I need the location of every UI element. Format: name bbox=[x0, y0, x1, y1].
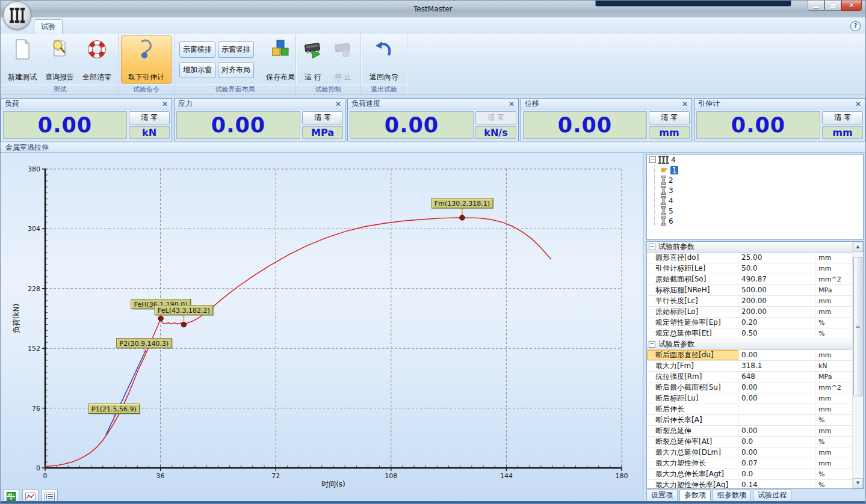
curve-icon bbox=[25, 493, 36, 500]
param-row[interactable]: 规定塑性延伸率[Ep]0.20% bbox=[647, 318, 853, 328]
param-row[interactable]: 断后伸长mm bbox=[647, 404, 853, 415]
tree-item-6[interactable]: 6 bbox=[655, 216, 863, 226]
param-row[interactable]: 最大力[Fm]318.1kN bbox=[647, 361, 853, 372]
close-icon: ✕ bbox=[849, 2, 855, 9]
collapse-icon[interactable]: − bbox=[649, 244, 655, 250]
param-row[interactable]: 原始标距[Lo]200.00mm bbox=[647, 307, 853, 318]
gauge-clear-button[interactable]: 清 零 bbox=[302, 111, 343, 124]
tab-test[interactable]: 试验 bbox=[34, 19, 63, 34]
param-row[interactable]: 断后圆形直径[du]0.00mm bbox=[647, 350, 853, 361]
button-label: 保存布局 bbox=[266, 73, 295, 81]
scrollbar[interactable]: ▲ ▼ bbox=[852, 242, 863, 488]
test-document-tab[interactable]: 金属室温拉伸 bbox=[1, 143, 865, 153]
restore-button[interactable] bbox=[824, 1, 841, 11]
param-row[interactable]: 规定总延伸率[Et]0.50% bbox=[647, 328, 853, 339]
back-wizard-button[interactable]: 返回向导 bbox=[363, 35, 404, 84]
scroll-thumb[interactable] bbox=[853, 257, 862, 396]
run-icon bbox=[302, 38, 324, 60]
x-tick-label: 0 bbox=[43, 472, 48, 480]
param-name: 最大力总延伸[DLm] bbox=[647, 447, 738, 458]
param-value: 648 bbox=[738, 372, 815, 382]
close-button[interactable]: ✕ bbox=[841, 1, 862, 11]
gauge-close-icon[interactable]: ✕ bbox=[855, 100, 861, 108]
tile-horizontal-button[interactable]: 示窗横排 bbox=[179, 41, 215, 58]
param-unit: % bbox=[815, 318, 853, 328]
side-tab-3[interactable]: 组参数项 bbox=[713, 489, 751, 502]
param-row[interactable]: 平行长度[Lc]200.00mm bbox=[647, 296, 853, 307]
param-name: 抗拉强度[Rm] bbox=[647, 372, 738, 382]
gauge-title-bar: 应力✕ bbox=[175, 99, 345, 109]
tree-item-1[interactable]: ☛1 bbox=[655, 165, 863, 175]
annotation-P1[interactable]: P1(21.5,56.9) bbox=[88, 404, 140, 423]
param-value bbox=[738, 404, 815, 414]
param-row[interactable]: 最大力塑性伸长率[Ag]0.14% bbox=[647, 480, 853, 489]
param-name: 断后圆形直径[du] bbox=[647, 350, 738, 360]
scroll-down-icon[interactable]: ▼ bbox=[853, 478, 863, 488]
param-name: 断后伸长率[A] bbox=[647, 415, 738, 425]
param-row[interactable]: 断后最小截面积[Su]0.00mm^2 bbox=[647, 383, 853, 393]
gauge-close-icon[interactable]: ✕ bbox=[335, 100, 341, 108]
annotation-Fm[interactable]: Fm(130.2,318.1) bbox=[431, 198, 494, 220]
tree-root-item[interactable]: −4 bbox=[647, 155, 863, 165]
scroll-up-icon[interactable]: ▲ bbox=[853, 242, 863, 252]
param-row[interactable]: 圆形直径[do]25.00mm bbox=[647, 253, 853, 263]
new-test-button[interactable]: 新建测试 bbox=[4, 35, 40, 84]
tree-item-3[interactable]: 3 bbox=[655, 185, 863, 195]
tree-item-label: 5 bbox=[669, 207, 673, 215]
group-label-exit: 退出试验 bbox=[361, 84, 407, 94]
collapse-icon[interactable]: − bbox=[649, 156, 656, 163]
remove-extensometer-button[interactable]: 取下引伸计 bbox=[121, 35, 172, 84]
gauge-close-icon[interactable]: ✕ bbox=[509, 100, 515, 108]
pointing-hand-icon: ☛ bbox=[661, 166, 668, 174]
param-name: 断裂总延伸 bbox=[647, 426, 738, 436]
collapse-icon[interactable]: − bbox=[649, 341, 655, 348]
param-row[interactable]: 最大力总伸长率[Agt]0.0% bbox=[647, 469, 853, 480]
param-name: 断裂总延伸率[At] bbox=[647, 437, 738, 447]
query-report-button[interactable]: 查询报告 bbox=[42, 35, 78, 84]
param-value: 0.00 bbox=[738, 350, 815, 360]
undo-arrow-icon bbox=[374, 38, 394, 60]
param-row[interactable]: 断裂总延伸0.00mm bbox=[647, 426, 853, 437]
param-section-title: 试验前参数 bbox=[658, 242, 694, 252]
tree-item-2[interactable]: 2 bbox=[655, 175, 863, 185]
param-row[interactable]: 断后伸长率[A]% bbox=[647, 415, 853, 426]
save-layout-button[interactable]: 保存布局 bbox=[262, 35, 298, 84]
param-row[interactable]: 断后标距[Lu]0.00mm bbox=[647, 393, 853, 404]
gauge-close-icon[interactable]: ✕ bbox=[682, 100, 688, 108]
help-button[interactable]: ? bbox=[850, 21, 861, 31]
clear-all-button[interactable]: 全部清零 bbox=[79, 35, 115, 84]
gauge-clear-button[interactable]: 清 零 bbox=[822, 111, 863, 124]
align-layout-button[interactable]: 对齐布局 bbox=[218, 62, 254, 78]
side-tab-1[interactable]: 设置项 bbox=[646, 489, 678, 502]
param-unit: % bbox=[815, 470, 853, 479]
param-row[interactable]: 抗拉强度[Rm]648MPa bbox=[647, 372, 853, 383]
param-row[interactable]: 断裂总延伸率[At]0.0% bbox=[647, 437, 853, 447]
tile-vertical-button[interactable]: 示窗竖排 bbox=[218, 41, 254, 58]
gauge-clear-button[interactable]: 清 零 bbox=[649, 111, 690, 124]
param-row[interactable]: 原始截面积[So]490.87mm^2 bbox=[647, 274, 853, 285]
restore-icon bbox=[830, 3, 836, 8]
param-section-header[interactable]: −试验后参数 bbox=[647, 339, 853, 350]
stop-button[interactable]: 停 止 bbox=[329, 35, 357, 84]
gauge-clear-button[interactable]: 清 零 bbox=[129, 111, 170, 124]
annotation-P2[interactable]: P2(30.9,140.3) bbox=[117, 339, 173, 358]
minimize-button[interactable] bbox=[808, 1, 824, 11]
param-unit: % bbox=[815, 329, 853, 339]
gauge-unit-label: kN/s bbox=[475, 126, 516, 139]
add-window-button[interactable]: 增加示窗 bbox=[179, 62, 215, 78]
tree-item-4[interactable]: 4 bbox=[655, 195, 863, 206]
annotation-FeL[interactable]: FeL(43.3,182.2) bbox=[155, 306, 214, 327]
gauge-close-icon[interactable]: ✕ bbox=[162, 100, 168, 108]
ribbon-tab-strip: 试验 ? bbox=[1, 17, 865, 34]
side-tab-4[interactable]: 试验过程 bbox=[753, 489, 791, 502]
run-button[interactable]: 运 行 bbox=[298, 35, 327, 84]
x-tick-label: 72 bbox=[271, 472, 280, 480]
param-row[interactable]: 最大力总延伸[DLm]0.00mm bbox=[647, 447, 853, 458]
param-row[interactable]: 最大力塑性伸长0.07mm bbox=[647, 458, 853, 469]
param-row[interactable]: 标称屈服[NReH]500.00MPa bbox=[647, 285, 853, 296]
app-menu-button[interactable] bbox=[3, 1, 31, 29]
tree-item-5[interactable]: 5 bbox=[655, 206, 863, 216]
param-row[interactable]: 引伸计标距[Le]50.0mm bbox=[647, 263, 853, 274]
param-section-header[interactable]: −试验前参数 bbox=[647, 242, 853, 253]
side-tab-2[interactable]: 参数项 bbox=[679, 489, 711, 502]
